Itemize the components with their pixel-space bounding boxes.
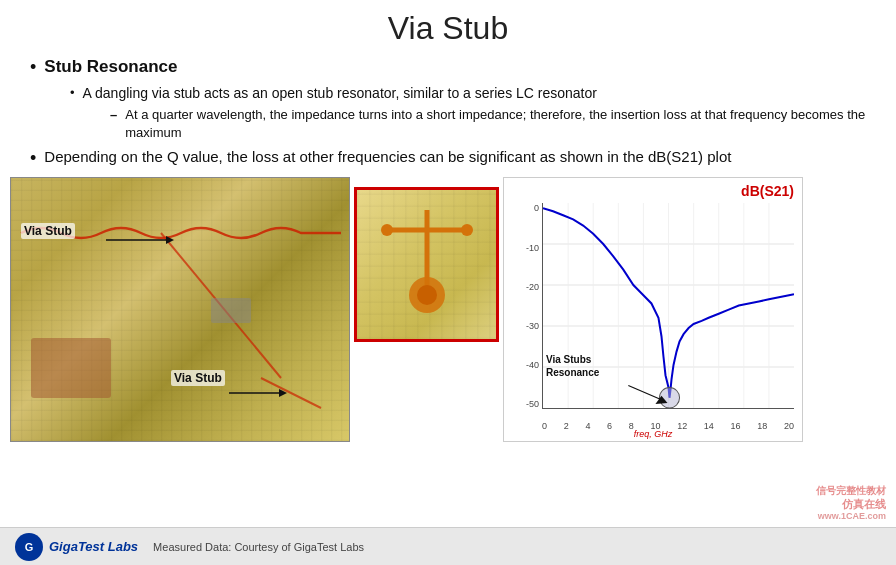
pcb-arrow2-svg: [11, 178, 350, 442]
x-label-14: 14: [704, 421, 714, 431]
giga-logo-icon: G: [15, 533, 43, 561]
x-axis-title: freq, GHz: [634, 429, 673, 439]
footer: G GigaTest Labs Measured Data: Courtesy …: [0, 527, 896, 565]
page-title: Via Stub: [0, 0, 896, 47]
bullet-stub-resonance: • Stub Resonance: [30, 55, 876, 80]
svg-marker-7: [279, 389, 287, 397]
content-area: • Stub Resonance • A dangling via stub a…: [0, 55, 896, 171]
y-label-2: -20: [506, 282, 539, 292]
x-label-12: 12: [677, 421, 687, 431]
bullet-dot-2: •: [70, 84, 75, 102]
via-closeup: [354, 187, 499, 342]
chart-y-labels: 0 -10 -20 -30 -40 -50: [506, 203, 539, 409]
bullet-quarter-wave: – At a quarter wavelength, the impedance…: [110, 106, 876, 142]
svg-point-12: [381, 224, 393, 236]
image-area: Via Stub Via Stub dB(S21) Measured Inser…: [10, 177, 886, 477]
via-stub-svg: [357, 190, 496, 339]
pcb-photo: Via Stub Via Stub: [10, 177, 350, 442]
svg-line-28: [628, 386, 661, 400]
x-label-6: 6: [607, 421, 612, 431]
x-label-2: 2: [564, 421, 569, 431]
svg-point-11: [417, 285, 437, 305]
stub-resonance-heading: Stub Resonance: [44, 55, 177, 79]
y-label-1: -10: [506, 243, 539, 253]
y-label-5: -50: [506, 399, 539, 409]
x-label-4: 4: [585, 421, 590, 431]
chart-title: dB(S21): [741, 183, 794, 199]
bullet-dot-3: •: [30, 146, 36, 171]
x-label-0: 0: [542, 421, 547, 431]
giga-logo-text: GigaTest Labs: [49, 539, 138, 554]
via-stubs-resonance-label: Via StubsResonance: [546, 353, 599, 379]
svg-point-13: [461, 224, 473, 236]
x-label-20: 20: [784, 421, 794, 431]
x-label-16: 16: [731, 421, 741, 431]
y-label-0: 0: [506, 203, 539, 213]
chart-container: dB(S21) Measured Insertion Loss 0 -10 -2…: [503, 177, 803, 442]
watermark-line1: 信号完整性教材: [816, 484, 886, 497]
y-label-3: -30: [506, 321, 539, 331]
bullet-dash: –: [110, 106, 117, 124]
y-label-4: -40: [506, 360, 539, 370]
watermark-line2: 仿真在线: [816, 497, 886, 511]
giga-logo: G GigaTest Labs: [15, 533, 138, 561]
watermark-line3: www.1CAE.com: [816, 511, 886, 523]
footer-credit: Measured Data: Courtesy of GigaTest Labs: [153, 541, 364, 553]
x-label-18: 18: [757, 421, 767, 431]
bullet-q-value: • Depending on the Q value, the loss at …: [30, 146, 876, 171]
bullet-dot-1: •: [30, 55, 36, 80]
bullet-dangling: • A dangling via stub acts as an open st…: [70, 84, 876, 104]
watermark: 信号完整性教材 仿真在线 www.1CAE.com: [816, 484, 886, 523]
